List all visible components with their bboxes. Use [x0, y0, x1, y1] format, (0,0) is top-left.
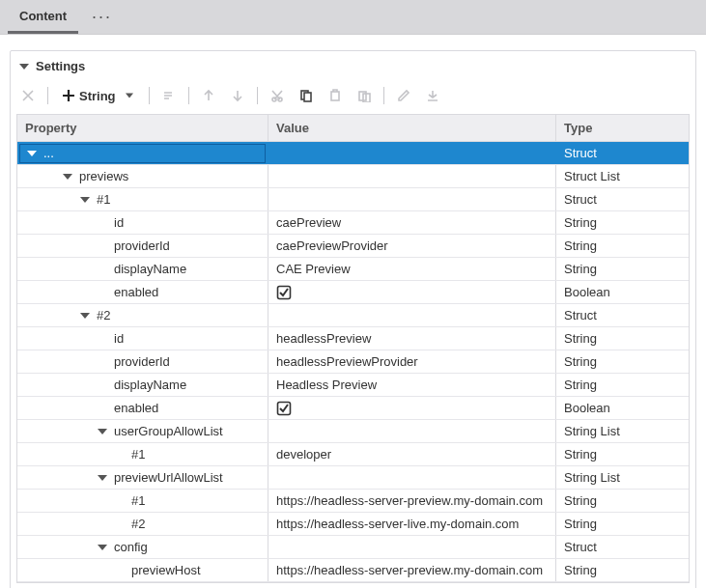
table-row[interactable]: previewHosthttps://headless-server-previ… [17, 559, 689, 582]
table-row[interactable]: enabledBoolean [17, 397, 689, 420]
cell-property-text: displayName [114, 262, 186, 276]
twisty-expanded-icon[interactable] [62, 172, 73, 182]
toolbar-separator [188, 87, 189, 104]
cell-value[interactable] [268, 466, 556, 489]
cell-property: ... [17, 142, 268, 164]
twisty-expanded-icon[interactable] [97, 543, 108, 552]
cell-type-text: String [564, 331, 597, 346]
cell-value[interactable] [268, 397, 556, 419]
move-up-button[interactable] [199, 86, 218, 105]
cell-type-text: Struct [564, 146, 597, 160]
table-row[interactable]: previewUrlAllowListString List [17, 466, 689, 490]
cell-value[interactable]: https://headless-server-live.my-domain.c… [268, 513, 556, 535]
twisty-none [97, 241, 108, 251]
cut-button[interactable] [268, 86, 287, 105]
add-string-button[interactable]: String [58, 85, 139, 106]
twisty-expanded-icon[interactable] [97, 473, 108, 483]
more-menu-button[interactable]: ··· [86, 7, 118, 27]
chevron-down-icon [124, 91, 135, 100]
checkbox-checked-icon[interactable] [276, 401, 292, 416]
duplicate-button[interactable] [159, 86, 179, 105]
cell-type-text: Boolean [564, 401, 610, 415]
cell-property-text: id [114, 215, 124, 230]
cell-value[interactable]: caePreviewProvider [268, 235, 556, 257]
cell-type: String List [556, 420, 689, 442]
cell-type: String [556, 235, 689, 257]
cell-property-text: config [114, 540, 148, 554]
twisty-expanded-icon[interactable] [79, 195, 91, 205]
table-row[interactable]: #1developerString [17, 443, 689, 466]
cell-property-text: previewUrlAllowList [114, 470, 223, 485]
table-row[interactable]: previewsStruct List [17, 165, 689, 188]
table-row[interactable]: ...Struct [17, 142, 689, 165]
move-down-button[interactable] [228, 86, 247, 105]
cell-value[interactable]: Headless Preview [268, 374, 556, 396]
checkbox-checked-icon[interactable] [276, 285, 292, 300]
cell-value[interactable]: https://headless-server-preview.my-domai… [268, 559, 556, 581]
cell-property: displayName [17, 258, 268, 280]
cell-property: providerId [17, 235, 268, 257]
cell-type-text: String [564, 262, 597, 276]
table-row[interactable]: #2https://headless-server-live.my-domain… [17, 513, 689, 536]
cell-value[interactable]: headlessPreview [268, 327, 556, 350]
cell-type-text: Boolean [564, 285, 610, 299]
table-row[interactable]: configStruct [17, 536, 689, 559]
paste-button[interactable] [325, 86, 345, 105]
table-row[interactable]: userGroupAllowListString List [17, 420, 689, 443]
cell-property-text: #2 [97, 308, 110, 322]
twisty-none [114, 450, 126, 460]
cell-type-text: String [564, 517, 597, 531]
cell-property: displayName [17, 374, 268, 396]
cell-value-text: https://headless-server-preview.my-domai… [276, 563, 543, 577]
copy-button[interactable] [297, 86, 316, 105]
cell-value-text: caePreviewProvider [276, 238, 388, 253]
table-row[interactable]: idheadlessPreviewString [17, 327, 689, 350]
cell-property-text: #1 [131, 493, 145, 508]
twisty-expanded-icon[interactable] [97, 427, 108, 436]
table-row[interactable]: #1Struct [17, 188, 689, 211]
paste-into-button[interactable] [354, 86, 374, 105]
cell-value[interactable] [268, 281, 556, 303]
tab-content[interactable]: Content [8, 0, 78, 34]
cell-value[interactable] [268, 536, 556, 558]
twisty-expanded-icon[interactable] [79, 311, 91, 321]
cell-value[interactable]: developer [268, 443, 556, 465]
cell-value[interactable] [268, 420, 556, 442]
twisty-none [97, 357, 108, 367]
cell-value[interactable] [268, 304, 556, 326]
selected-row-dropdown[interactable]: ... [19, 144, 266, 163]
table-row[interactable]: enabledBoolean [17, 281, 689, 304]
cell-value[interactable]: caePreview [268, 211, 556, 234]
cell-value[interactable] [268, 165, 556, 187]
download-button[interactable] [423, 86, 442, 105]
table-row[interactable]: providerIdheadlessPreviewProviderString [17, 350, 689, 374]
col-type[interactable]: Type [556, 115, 689, 141]
table-row[interactable]: displayNameCAE PreviewString [17, 258, 689, 281]
cell-value[interactable]: CAE Preview [268, 258, 556, 280]
tab-content-label: Content [19, 9, 67, 23]
cell-type: String [556, 490, 689, 512]
table-row[interactable]: #2Struct [17, 304, 689, 327]
table-row[interactable]: #1https://headless-server-preview.my-dom… [17, 490, 689, 513]
cell-value[interactable]: https://headless-server-preview.my-domai… [268, 490, 556, 512]
delete-button[interactable] [18, 86, 38, 105]
cell-value[interactable] [268, 188, 556, 210]
cell-value-text: https://headless-server-live.my-domain.c… [276, 517, 519, 531]
cell-value[interactable]: headlessPreviewProvider [268, 350, 556, 373]
cell-property: previews [17, 165, 268, 187]
cell-type-text: Struct [564, 308, 597, 322]
settings-grid: Property Value Type ...StructpreviewsStr… [16, 114, 690, 583]
table-row[interactable]: displayNameHeadless PreviewString [17, 374, 689, 397]
cell-type: String [556, 350, 689, 373]
col-property[interactable]: Property [17, 115, 268, 141]
cell-property-text: providerId [114, 354, 170, 369]
twisty-expanded-icon[interactable] [26, 149, 38, 158]
cell-property-text: #1 [131, 447, 145, 462]
col-value[interactable]: Value [268, 115, 556, 141]
cell-value[interactable] [268, 142, 556, 164]
table-row[interactable]: idcaePreviewString [17, 211, 689, 235]
edit-button[interactable] [394, 86, 413, 105]
panel-header[interactable]: Settings [11, 51, 695, 81]
table-row[interactable]: providerIdcaePreviewProviderString [17, 235, 689, 258]
cell-type: String [556, 327, 689, 350]
